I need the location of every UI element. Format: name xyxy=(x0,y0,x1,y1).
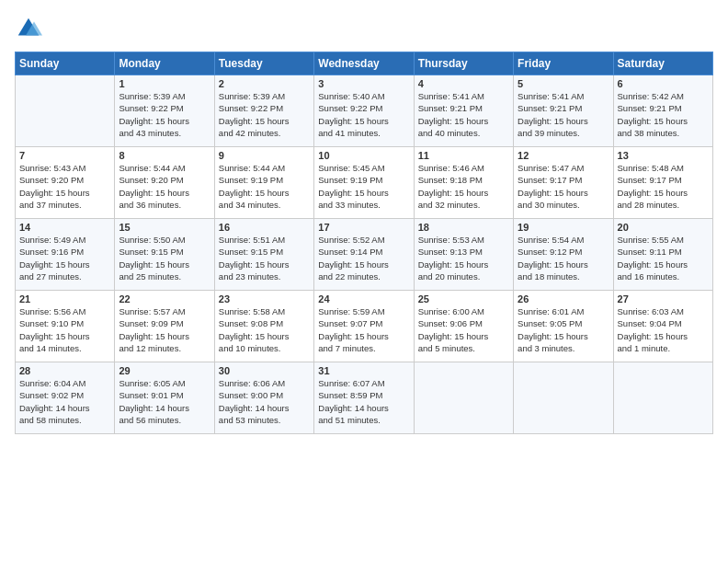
day-number: 12 xyxy=(518,150,609,161)
calendar-cell: 25Sunrise: 6:00 AMSunset: 9:06 PMDayligh… xyxy=(414,291,513,362)
calendar-cell xyxy=(613,362,712,434)
day-number: 20 xyxy=(618,222,709,233)
calendar-cell: 27Sunrise: 6:03 AMSunset: 9:04 PMDayligh… xyxy=(613,291,712,362)
day-info: Sunrise: 5:54 AMSunset: 9:12 PMDaylight:… xyxy=(518,234,609,282)
calendar-week-row: 28Sunrise: 6:04 AMSunset: 9:02 PMDayligh… xyxy=(16,362,713,434)
day-header-sunday: Sunday xyxy=(16,52,115,75)
day-number: 31 xyxy=(318,365,409,376)
calendar-cell: 31Sunrise: 6:07 AMSunset: 8:59 PMDayligh… xyxy=(314,362,414,434)
day-number: 30 xyxy=(219,365,310,376)
calendar-cell: 8Sunrise: 5:44 AMSunset: 9:20 PMDaylight… xyxy=(115,147,214,219)
day-info: Sunrise: 5:53 AMSunset: 9:13 PMDaylight:… xyxy=(418,234,509,282)
day-number: 7 xyxy=(19,150,110,161)
day-info: Sunrise: 6:01 AMSunset: 9:05 PMDaylight:… xyxy=(518,305,609,354)
calendar-cell: 21Sunrise: 5:56 AMSunset: 9:10 PMDayligh… xyxy=(16,291,115,362)
day-info: Sunrise: 6:04 AMSunset: 9:02 PMDaylight:… xyxy=(19,377,110,426)
day-info: Sunrise: 5:44 AMSunset: 9:20 PMDaylight:… xyxy=(119,162,210,211)
calendar-cell: 12Sunrise: 5:47 AMSunset: 9:17 PMDayligh… xyxy=(514,147,613,219)
calendar-cell: 28Sunrise: 6:04 AMSunset: 9:02 PMDayligh… xyxy=(16,362,115,434)
day-info: Sunrise: 5:46 AMSunset: 9:18 PMDaylight:… xyxy=(418,162,509,211)
day-number: 28 xyxy=(19,365,110,376)
calendar-cell: 10Sunrise: 5:45 AMSunset: 9:19 PMDayligh… xyxy=(314,147,414,219)
calendar-cell: 9Sunrise: 5:44 AMSunset: 9:19 PMDaylight… xyxy=(214,147,313,219)
day-header-wednesday: Wednesday xyxy=(314,52,414,75)
calendar-cell: 18Sunrise: 5:53 AMSunset: 9:13 PMDayligh… xyxy=(414,219,513,291)
calendar-cell: 29Sunrise: 6:05 AMSunset: 9:01 PMDayligh… xyxy=(115,362,214,434)
logo xyxy=(15,15,46,42)
day-info: Sunrise: 5:49 AMSunset: 9:16 PMDaylight:… xyxy=(19,234,110,282)
day-number: 2 xyxy=(219,78,310,89)
day-number: 26 xyxy=(518,293,609,304)
calendar-week-row: 21Sunrise: 5:56 AMSunset: 9:10 PMDayligh… xyxy=(16,291,713,362)
day-info: Sunrise: 5:47 AMSunset: 9:17 PMDaylight:… xyxy=(518,162,609,211)
day-number: 14 xyxy=(19,222,110,233)
calendar-cell: 24Sunrise: 5:59 AMSunset: 9:07 PMDayligh… xyxy=(314,291,414,362)
calendar-cell: 14Sunrise: 5:49 AMSunset: 9:16 PMDayligh… xyxy=(16,219,115,291)
day-info: Sunrise: 5:58 AMSunset: 9:08 PMDaylight:… xyxy=(219,305,310,354)
day-number: 17 xyxy=(318,222,409,233)
calendar-cell: 4Sunrise: 5:41 AMSunset: 9:21 PMDaylight… xyxy=(414,75,513,147)
logo-icon xyxy=(15,15,42,42)
day-info: Sunrise: 6:06 AMSunset: 9:00 PMDaylight:… xyxy=(219,377,310,426)
day-info: Sunrise: 6:07 AMSunset: 8:59 PMDaylight:… xyxy=(318,377,409,426)
calendar-week-row: 14Sunrise: 5:49 AMSunset: 9:16 PMDayligh… xyxy=(16,219,713,291)
calendar-cell: 1Sunrise: 5:39 AMSunset: 9:22 PMDaylight… xyxy=(115,75,214,147)
day-info: Sunrise: 6:00 AMSunset: 9:06 PMDaylight:… xyxy=(418,305,509,354)
day-info: Sunrise: 5:43 AMSunset: 9:20 PMDaylight:… xyxy=(19,162,110,211)
day-info: Sunrise: 5:44 AMSunset: 9:19 PMDaylight:… xyxy=(219,162,310,211)
day-number: 24 xyxy=(318,293,409,304)
day-info: Sunrise: 5:39 AMSunset: 9:22 PMDaylight:… xyxy=(219,90,310,139)
calendar-cell xyxy=(514,362,613,434)
day-info: Sunrise: 5:42 AMSunset: 9:21 PMDaylight:… xyxy=(618,90,709,139)
calendar-cell: 5Sunrise: 5:41 AMSunset: 9:21 PMDaylight… xyxy=(514,75,613,147)
day-number: 23 xyxy=(219,293,310,304)
day-number: 29 xyxy=(119,365,210,376)
day-number: 5 xyxy=(518,78,609,89)
day-header-tuesday: Tuesday xyxy=(214,52,313,75)
calendar-cell: 23Sunrise: 5:58 AMSunset: 9:08 PMDayligh… xyxy=(214,291,313,362)
calendar-cell: 15Sunrise: 5:50 AMSunset: 9:15 PMDayligh… xyxy=(115,219,214,291)
calendar-cell: 2Sunrise: 5:39 AMSunset: 9:22 PMDaylight… xyxy=(214,75,313,147)
day-number: 15 xyxy=(119,222,210,233)
day-number: 22 xyxy=(119,293,210,304)
day-header-thursday: Thursday xyxy=(414,52,513,75)
calendar-week-row: 1Sunrise: 5:39 AMSunset: 9:22 PMDaylight… xyxy=(16,75,713,147)
day-number: 10 xyxy=(318,150,409,161)
day-header-saturday: Saturday xyxy=(613,52,712,75)
day-number: 9 xyxy=(219,150,310,161)
calendar-cell: 6Sunrise: 5:42 AMSunset: 9:21 PMDaylight… xyxy=(613,75,712,147)
calendar-cell: 17Sunrise: 5:52 AMSunset: 9:14 PMDayligh… xyxy=(314,219,414,291)
day-info: Sunrise: 5:39 AMSunset: 9:22 PMDaylight:… xyxy=(119,90,210,139)
calendar-cell xyxy=(414,362,513,434)
day-number: 19 xyxy=(518,222,609,233)
day-number: 11 xyxy=(418,150,509,161)
day-info: Sunrise: 5:56 AMSunset: 9:10 PMDaylight:… xyxy=(19,305,110,354)
day-info: Sunrise: 5:45 AMSunset: 9:19 PMDaylight:… xyxy=(318,162,409,211)
calendar-cell: 13Sunrise: 5:48 AMSunset: 9:17 PMDayligh… xyxy=(613,147,712,219)
day-info: Sunrise: 5:48 AMSunset: 9:17 PMDaylight:… xyxy=(618,162,709,211)
day-header-monday: Monday xyxy=(115,52,214,75)
calendar-cell xyxy=(16,75,115,147)
calendar-cell: 30Sunrise: 6:06 AMSunset: 9:00 PMDayligh… xyxy=(214,362,313,434)
calendar-cell: 20Sunrise: 5:55 AMSunset: 9:11 PMDayligh… xyxy=(613,219,712,291)
day-info: Sunrise: 5:40 AMSunset: 9:22 PMDaylight:… xyxy=(318,90,409,139)
header xyxy=(15,15,713,42)
day-number: 13 xyxy=(618,150,709,161)
day-info: Sunrise: 5:59 AMSunset: 9:07 PMDaylight:… xyxy=(318,305,409,354)
day-info: Sunrise: 5:55 AMSunset: 9:11 PMDaylight:… xyxy=(618,234,709,282)
calendar-table: SundayMondayTuesdayWednesdayThursdayFrid… xyxy=(15,52,713,434)
day-info: Sunrise: 5:51 AMSunset: 9:15 PMDaylight:… xyxy=(219,234,310,282)
day-number: 16 xyxy=(219,222,310,233)
calendar-cell: 3Sunrise: 5:40 AMSunset: 9:22 PMDaylight… xyxy=(314,75,414,147)
day-header-friday: Friday xyxy=(514,52,613,75)
day-number: 25 xyxy=(418,293,509,304)
day-number: 6 xyxy=(618,78,709,89)
calendar-cell: 7Sunrise: 5:43 AMSunset: 9:20 PMDaylight… xyxy=(16,147,115,219)
day-info: Sunrise: 5:41 AMSunset: 9:21 PMDaylight:… xyxy=(518,90,609,139)
day-info: Sunrise: 6:05 AMSunset: 9:01 PMDaylight:… xyxy=(119,377,210,426)
day-info: Sunrise: 5:52 AMSunset: 9:14 PMDaylight:… xyxy=(318,234,409,282)
day-info: Sunrise: 5:41 AMSunset: 9:21 PMDaylight:… xyxy=(418,90,509,139)
calendar-cell: 16Sunrise: 5:51 AMSunset: 9:15 PMDayligh… xyxy=(214,219,313,291)
day-info: Sunrise: 6:03 AMSunset: 9:04 PMDaylight:… xyxy=(618,305,709,354)
calendar-cell: 22Sunrise: 5:57 AMSunset: 9:09 PMDayligh… xyxy=(115,291,214,362)
